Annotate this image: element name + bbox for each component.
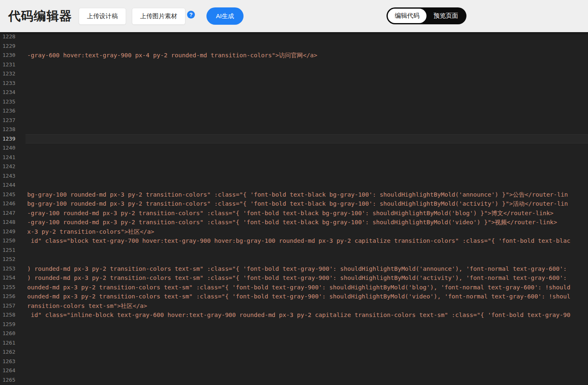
code-text [26,125,588,134]
code-text [26,79,588,88]
line-number: 1239 [0,134,26,144]
code-text [26,357,588,366]
code-text [26,116,588,125]
code-text: bg-gray-100 rounded-md px-3 py-2 transit… [26,190,588,200]
line-number: 1237 [0,116,26,125]
line-number: 1235 [0,97,26,107]
line-number: 1245 [0,190,26,200]
line-number: 1233 [0,79,26,88]
app-title: 代码编辑器 [8,8,72,25]
line-number: 1230 [0,51,26,60]
code-line[interactable]: 1262 [0,347,588,357]
code-text: ) rounded-md px-3 py-2 transition-colors… [26,273,588,283]
line-number: 1248 [0,218,26,227]
line-number: 1256 [0,292,26,301]
code-line[interactable]: 1264 [0,366,588,376]
line-number: 1234 [0,88,26,97]
line-number: 1242 [0,162,26,171]
line-number: 1250 [0,236,26,246]
upload-design-button[interactable]: 上传设计稿 [79,8,126,25]
help-icon[interactable]: ? [187,11,195,19]
line-number: 1252 [0,255,26,264]
code-line[interactable]: 1259 [0,320,588,329]
code-text: id" class="inline-block text-gray-600 ho… [26,310,588,320]
code-text: ransition-colors text-sm">社区</a> [26,301,588,311]
code-text: id" class="block text-gray-700 hover:tex… [26,236,588,246]
view-mode-toggle[interactable]: 编辑代码 预览页面 [387,7,466,24]
code-line[interactable]: 1254) rounded-md px-3 py-2 transition-co… [0,273,588,283]
code-text: -gray-100 rounded-md px-3 py-2 transitio… [26,209,588,218]
code-line[interactable]: 1242 [0,162,588,171]
code-line[interactable]: 1246bg-gray-100 rounded-md px-3 py-2 tra… [0,199,588,209]
code-line[interactable]: 1245bg-gray-100 rounded-md px-3 py-2 tra… [0,190,588,200]
line-number: 1247 [0,209,26,218]
code-text: -gray-100 rounded-md px-3 py-2 transitio… [26,218,588,227]
code-text: ) rounded-md px-3 py-2 transition-colors… [26,264,588,274]
code-line[interactable]: 1233 [0,79,588,88]
code-line[interactable]: 1231 [0,60,588,70]
code-text [26,347,588,357]
code-line[interactable]: 1260 [0,329,588,338]
code-text [26,376,588,385]
code-line[interactable]: 1249x-3 py-2 transition-colors">社区</a> [0,227,588,237]
code-line[interactable]: 1234 [0,88,588,97]
code-line[interactable]: 1244 [0,181,588,190]
code-line[interactable]: 1232 [0,69,588,79]
code-text [26,69,588,79]
code-line[interactable]: 1237 [0,116,588,125]
code-text: ounded-md px-3 py-2 transition-colors te… [26,283,588,292]
code-line[interactable]: 1241 [0,153,588,162]
code-line[interactable]: 1230-gray-600 hover:text-gray-900 px-4 p… [0,51,588,60]
code-text [26,60,588,70]
code-editor[interactable]: 122812291230-gray-600 hover:text-gray-90… [0,32,588,385]
code-line[interactable]: 1236 [0,106,588,116]
code-text [26,246,588,255]
line-number: 1244 [0,181,26,190]
code-line[interactable]: 1247-gray-100 rounded-md px-3 py-2 trans… [0,209,588,218]
code-line[interactable]: 1228 [0,32,588,42]
code-text [26,42,588,51]
code-line-active[interactable]: 1239 [0,134,588,144]
code-text: bg-gray-100 rounded-md px-3 py-2 transit… [26,199,588,209]
code-text [26,329,588,338]
app-header: 代码编辑器 上传设计稿 上传图片素材 ? AI生成 编辑代码 预览页面 [0,0,588,32]
line-number: 1253 [0,264,26,274]
code-line[interactable]: 1265 [0,376,588,385]
code-text [26,162,588,171]
code-text [26,106,588,116]
line-number: 1249 [0,227,26,237]
ai-generate-button[interactable]: AI生成 [206,7,244,25]
code-line[interactable]: 1253) rounded-md px-3 py-2 transition-co… [0,264,588,274]
code-line[interactable]: 1238 [0,125,588,134]
tab-preview-page[interactable]: 预览页面 [426,9,465,23]
code-line[interactable]: 1255ounded-md px-3 py-2 transition-color… [0,283,588,292]
code-text: x-3 py-2 transition-colors">社区</a> [26,227,588,237]
code-line[interactable]: 1258 id" class="inline-block text-gray-6… [0,310,588,320]
code-text [26,134,588,144]
code-text [26,171,588,181]
upload-image-button[interactable]: 上传图片素材 [132,8,185,25]
code-line[interactable]: 1261 [0,338,588,348]
code-line[interactable]: 1229 [0,42,588,51]
code-line[interactable]: 1243 [0,171,588,181]
code-text [26,143,588,153]
code-line[interactable]: 1235 [0,97,588,107]
line-number: 1251 [0,246,26,255]
code-line[interactable]: 1250 id" class="block text-gray-700 hove… [0,236,588,246]
code-line[interactable]: 1251 [0,246,588,255]
line-number: 1259 [0,320,26,329]
tab-edit-code[interactable]: 编辑代码 [388,9,426,23]
code-line[interactable]: 1240 [0,143,588,153]
code-line[interactable]: 1263 [0,357,588,366]
code-text: ounded-md px-3 py-2 transition-colors te… [26,292,588,301]
line-number: 1258 [0,310,26,320]
code-text [26,88,588,97]
code-text [26,32,588,42]
line-number: 1260 [0,329,26,338]
code-line[interactable]: 1257ransition-colors text-sm">社区</a> [0,301,588,311]
line-number: 1229 [0,42,26,51]
code-line[interactable]: 1248-gray-100 rounded-md px-3 py-2 trans… [0,218,588,227]
code-text [26,181,588,190]
code-line[interactable]: 1256ounded-md px-3 py-2 transition-color… [0,292,588,301]
code-line[interactable]: 1252 [0,255,588,264]
